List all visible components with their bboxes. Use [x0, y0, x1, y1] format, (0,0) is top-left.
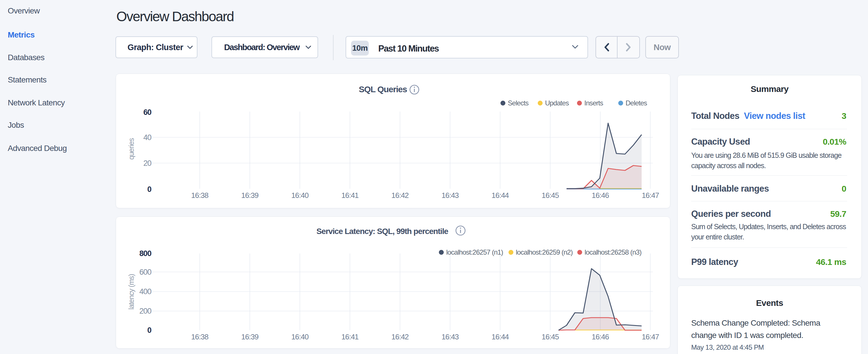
- svg-text:16:42: 16:42: [392, 191, 409, 200]
- svg-text:Service Latency: SQL, 99th per: Service Latency: SQL, 99th percentile: [316, 227, 448, 236]
- svg-text:800: 800: [139, 249, 151, 258]
- svg-text:16:41: 16:41: [341, 191, 359, 200]
- svg-text:16:43: 16:43: [442, 191, 459, 200]
- svg-text:16:44: 16:44: [492, 191, 509, 200]
- svg-text:20: 20: [143, 159, 151, 167]
- svg-text:Updates: Updates: [545, 99, 569, 107]
- svg-text:0: 0: [147, 326, 151, 334]
- svg-text:60: 60: [143, 108, 151, 117]
- svg-text:16:39: 16:39: [241, 191, 258, 200]
- svg-text:16:43: 16:43: [442, 332, 459, 341]
- svg-text:Inserts: Inserts: [584, 99, 603, 107]
- svg-text:0: 0: [147, 185, 151, 194]
- svg-text:Deletes: Deletes: [626, 99, 647, 107]
- svg-text:600: 600: [139, 268, 151, 277]
- svg-text:200: 200: [139, 307, 151, 315]
- svg-text:16:38: 16:38: [191, 332, 208, 341]
- svg-text:16:44: 16:44: [492, 332, 509, 341]
- svg-text:16:40: 16:40: [291, 191, 308, 200]
- svg-text:400: 400: [139, 287, 151, 296]
- svg-text:SQL Queries: SQL Queries: [359, 85, 407, 94]
- svg-text:16:46: 16:46: [592, 332, 609, 341]
- svg-text:localhost:26258 (n3): localhost:26258 (n3): [585, 248, 641, 256]
- svg-text:localhost:26259 (n2): localhost:26259 (n2): [516, 248, 572, 256]
- svg-text:16:47: 16:47: [642, 191, 659, 200]
- svg-text:16:39: 16:39: [241, 332, 258, 341]
- svg-text:localhost:26257 (n1): localhost:26257 (n1): [446, 248, 503, 256]
- svg-text:16:42: 16:42: [392, 332, 409, 341]
- svg-text:16:47: 16:47: [642, 332, 659, 341]
- svg-text:Selects: Selects: [508, 99, 529, 107]
- svg-text:40: 40: [143, 133, 151, 142]
- svg-text:16:40: 16:40: [291, 332, 308, 341]
- svg-text:latency (ms): latency (ms): [127, 274, 135, 310]
- svg-text:16:46: 16:46: [592, 191, 609, 200]
- svg-text:16:38: 16:38: [191, 191, 208, 200]
- svg-text:16:45: 16:45: [541, 332, 559, 341]
- svg-text:16:45: 16:45: [541, 191, 559, 200]
- svg-text:16:41: 16:41: [341, 332, 359, 341]
- svg-text:queries: queries: [127, 138, 135, 160]
